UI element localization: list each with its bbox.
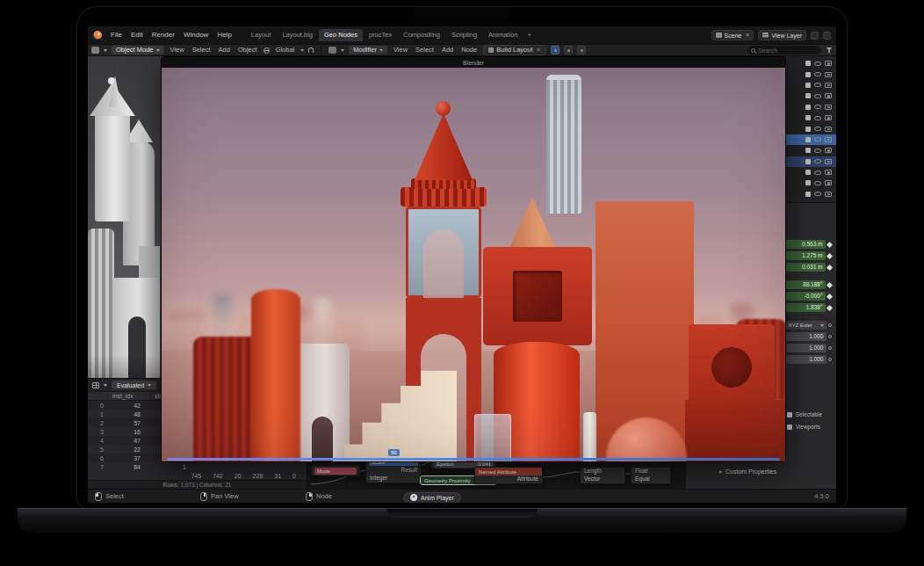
selectable-toggle-icon[interactable] <box>805 148 811 153</box>
snapping-toggle-icon[interactable] <box>551 46 559 54</box>
node-header[interactable]: Named Attribute <box>475 468 542 475</box>
column-header-inst-idx[interactable]: inst_idx <box>107 393 149 399</box>
viewport-menu-add[interactable]: Add <box>217 46 232 54</box>
keyframe-diamond-icon[interactable] <box>827 304 833 310</box>
tab-animation[interactable]: Animation <box>483 29 523 42</box>
scene-selector[interactable]: Scene ✕ <box>711 30 754 40</box>
unlink-node-group-icon[interactable]: ✕ <box>536 47 541 53</box>
selectable-toggle-icon[interactable] <box>805 93 811 98</box>
selectable-toggle-icon[interactable] <box>805 137 811 142</box>
location-z-field[interactable]: 0.031 m <box>785 263 826 272</box>
node-compare[interactable]: Float Equal <box>631 467 671 484</box>
render-camera-icon[interactable] <box>825 61 832 66</box>
spreadsheet-editor-icon[interactable] <box>92 382 99 388</box>
tab-geo-nodes[interactable]: Geo Nodes <box>319 29 363 42</box>
outliner-search-box[interactable] <box>747 46 821 54</box>
view-layer-selector[interactable]: View Layer <box>758 30 806 40</box>
render-camera-icon[interactable] <box>825 127 832 132</box>
render-camera-icon[interactable] <box>825 192 832 197</box>
remove-view-layer-icon[interactable] <box>823 32 831 40</box>
viewport-menu-select[interactable]: Select <box>191 46 213 54</box>
tab-proctex[interactable]: procTex <box>364 29 397 42</box>
hide-eye-icon[interactable] <box>814 149 821 153</box>
hide-eye-icon[interactable] <box>814 192 821 196</box>
viewport-menu-object[interactable]: Object <box>236 46 259 54</box>
rotation-x-field[interactable]: 88.188° <box>785 280 826 289</box>
filter-funnel-icon[interactable] <box>826 47 833 54</box>
hide-eye-icon[interactable] <box>814 171 821 175</box>
tab-compositing[interactable]: Compositing <box>398 29 445 42</box>
render-camera-icon[interactable] <box>825 72 832 77</box>
checkbox-icon[interactable] <box>787 412 792 417</box>
selectable-toggle-icon[interactable] <box>805 83 811 88</box>
render-window[interactable]: Blender <box>161 56 786 462</box>
render-window-titlebar[interactable]: Blender <box>162 57 785 68</box>
table-row[interactable]: 745 742 20 228 31 0 <box>88 471 307 480</box>
render-camera-icon[interactable] <box>825 137 832 142</box>
render-camera-icon[interactable] <box>825 93 832 98</box>
table-row[interactable]: 7841 <box>88 462 307 471</box>
render-camera-icon[interactable] <box>825 159 832 164</box>
blender-logo-icon[interactable] <box>93 31 102 40</box>
menu-render[interactable]: Render <box>148 30 178 40</box>
node-vector-math[interactable]: Length Vector <box>580 467 625 484</box>
selectable-toggle-icon[interactable] <box>805 105 811 110</box>
disclosure-triangle-icon[interactable] <box>719 470 722 474</box>
selectable-toggle-icon[interactable] <box>805 192 811 197</box>
hide-eye-icon[interactable] <box>814 159 821 163</box>
tab-scripting[interactable]: Scripting <box>446 29 482 42</box>
keyframe-dot-icon[interactable] <box>828 335 832 338</box>
render-camera-icon[interactable] <box>825 83 832 88</box>
viewport-editor-type-icon[interactable] <box>91 47 99 54</box>
selectable-toggle-icon[interactable] <box>805 72 811 77</box>
keyframe-diamond-icon[interactable] <box>827 252 833 258</box>
node-named-attribute[interactable]: Named Attribute Attribute <box>474 467 543 484</box>
transform-orientation-dropdown[interactable]: Global <box>274 46 297 54</box>
length-operation-label[interactable]: Length <box>581 468 624 475</box>
playback-progress-bar[interactable] <box>167 458 780 461</box>
overlays-toggle-icon[interactable] <box>564 46 573 54</box>
float-type-label[interactable]: Float <box>632 468 670 475</box>
menu-edit[interactable]: Edit <box>127 30 147 40</box>
mode-field[interactable]: Mode <box>314 468 357 475</box>
hide-eye-icon[interactable] <box>814 181 821 185</box>
search-input[interactable] <box>758 47 818 54</box>
hide-eye-icon[interactable] <box>814 137 821 142</box>
rotation-z-field[interactable]: 1.838° <box>785 303 826 312</box>
scale-y-field[interactable]: 1.000 <box>786 344 827 352</box>
node-menu-view[interactable]: View <box>392 46 409 54</box>
tab-layout-big[interactable]: Layout.big <box>277 29 318 42</box>
scale-x-field[interactable]: 1.000 <box>786 332 827 341</box>
node-menu-node[interactable]: Node <box>459 46 479 54</box>
menu-file[interactable]: File <box>107 30 126 40</box>
render-camera-icon[interactable] <box>825 170 832 175</box>
add-workspace-button[interactable]: + <box>523 29 534 41</box>
node-editor-type-icon[interactable] <box>328 47 336 54</box>
viewport-menu-view[interactable]: View <box>169 46 186 54</box>
render-camera-icon[interactable] <box>825 180 832 185</box>
anim-player-button[interactable]: ✕ Anim Player <box>403 492 461 504</box>
rotation-mode-dropdown[interactable]: XYZ Euler <box>786 321 827 330</box>
keyframe-diamond-icon[interactable] <box>827 264 833 270</box>
node-menu-add[interactable]: Add <box>440 46 455 54</box>
keyframe-diamond-icon[interactable] <box>827 293 833 299</box>
viewports-checkbox-row[interactable]: Viewports <box>787 424 820 431</box>
hide-eye-icon[interactable] <box>814 105 821 109</box>
render-camera-icon[interactable] <box>825 115 832 120</box>
node-menu-select[interactable]: Select <box>414 46 436 54</box>
render-result-view[interactable]: 50 <box>162 68 785 462</box>
render-camera-icon[interactable] <box>825 105 832 110</box>
selectable-toggle-icon[interactable] <box>805 61 811 66</box>
node-tree-type-dropdown[interactable]: Modifier <box>349 46 387 55</box>
hide-eye-icon[interactable] <box>814 127 821 131</box>
checkbox-icon[interactable] <box>787 424 792 430</box>
new-view-layer-icon[interactable] <box>811 32 819 40</box>
menu-help[interactable]: Help <box>213 30 235 40</box>
keyframe-diamond-icon[interactable] <box>827 241 833 247</box>
selectable-toggle-icon[interactable] <box>805 127 811 132</box>
location-x-field[interactable]: 0.563 m <box>785 240 826 249</box>
keyframe-dot-icon[interactable] <box>828 323 832 327</box>
hide-eye-icon[interactable] <box>814 72 821 76</box>
location-y-field[interactable]: 1.275 m <box>785 251 826 260</box>
hide-eye-icon[interactable] <box>814 116 821 120</box>
